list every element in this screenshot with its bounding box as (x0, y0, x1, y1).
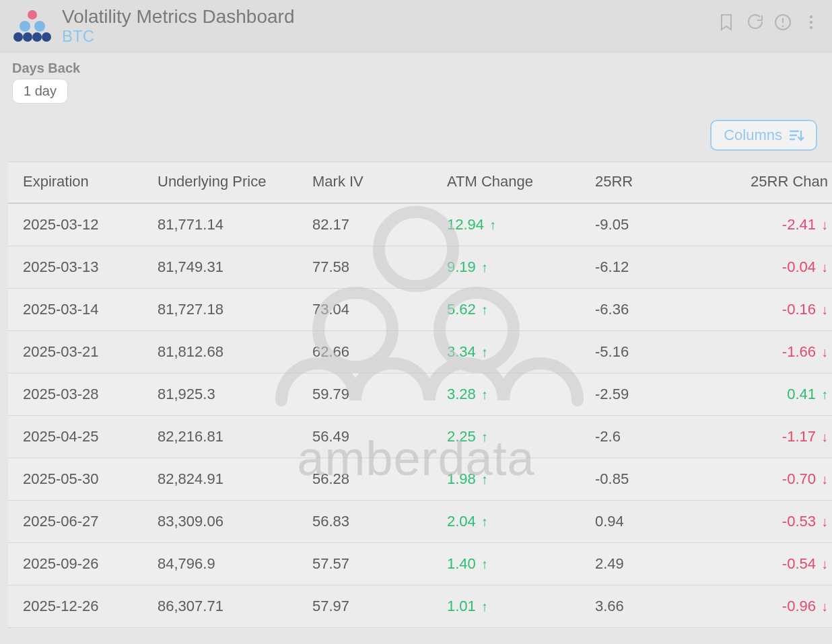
page-title: Volatility Metrics Dashboard (62, 7, 718, 28)
arrow-down-icon: ↓ (821, 302, 828, 318)
cell-25rr-change: -1.66↓ (708, 331, 832, 373)
cell-atm-change: 3.28↑ (432, 373, 580, 416)
cell-expiration: 2025-09-26 (8, 543, 143, 585)
table-row: 2025-09-2684,796.957.571.40↑2.49-0.54↓ (8, 543, 832, 585)
cell-25rr-change: -0.04↓ (708, 246, 832, 289)
days-back-label: Days Back (12, 61, 820, 76)
arrow-up-icon: ↑ (481, 472, 488, 487)
arrow-up-icon: ↑ (481, 429, 488, 445)
more-icon[interactable] (802, 13, 820, 31)
arrow-up-icon: ↑ (481, 599, 488, 614)
cell-atm-change: 1.01↑ (432, 585, 580, 628)
col-underlying-price[interactable]: Underlying Price (143, 162, 298, 204)
cell-atm-change: 1.98↑ (432, 458, 580, 501)
cell-underlying-price: 81,749.31 (143, 246, 298, 289)
cell-mark-iv: 57.57 (298, 543, 432, 585)
columns-sort-icon (789, 129, 804, 142)
svg-point-8 (32, 32, 42, 42)
svg-point-14 (810, 21, 812, 24)
cell-mark-iv: 62.66 (298, 331, 432, 373)
svg-point-3 (28, 10, 37, 20)
cell-25rr: 3.66 (580, 585, 708, 628)
columns-button[interactable]: Columns (710, 120, 817, 151)
col-mark-iv[interactable]: Mark IV (298, 162, 432, 204)
svg-point-5 (34, 21, 45, 32)
alert-icon[interactable] (774, 13, 792, 31)
cell-mark-iv: 82.17 (298, 203, 432, 246)
table-row: 2025-03-1381,749.3177.589.19↑-6.12-0.04↓ (8, 246, 832, 289)
metrics-table: Expiration Underlying Price Mark IV ATM … (8, 162, 824, 628)
cell-atm-change: 3.34↑ (432, 331, 580, 373)
col-25rr-change[interactable]: 25RR Chan (708, 162, 832, 204)
arrow-up-icon: ↑ (481, 260, 488, 275)
cell-mark-iv: 56.28 (298, 458, 432, 501)
cell-expiration: 2025-04-25 (8, 416, 143, 458)
arrow-up-icon: ↑ (481, 345, 488, 360)
cell-underlying-price: 86,307.71 (143, 585, 298, 628)
cell-mark-iv: 56.49 (298, 416, 432, 458)
days-back-value: 1 day (24, 83, 57, 98)
controls-row: Days Back 1 day (0, 52, 832, 106)
svg-point-13 (810, 15, 812, 18)
cell-underlying-price: 84,796.9 (143, 543, 298, 585)
cell-25rr: -0.85 (580, 458, 708, 501)
cell-atm-change: 2.25↑ (432, 416, 580, 458)
arrow-down-icon: ↓ (821, 472, 828, 487)
arrow-down-icon: ↓ (821, 345, 828, 360)
table-row: 2025-03-1481,727.1873.045.62↑-6.36-0.16↓ (8, 289, 832, 331)
cell-underlying-price: 82,824.91 (143, 458, 298, 501)
table-row: 2025-04-2582,216.8156.492.25↑-2.6-1.17↓ (8, 416, 832, 458)
arrow-up-icon: ↑ (821, 387, 828, 402)
svg-point-7 (23, 32, 32, 42)
table-row: 2025-03-2181,812.6862.663.34↑-5.16-1.66↓ (8, 331, 832, 373)
cell-25rr-change: -0.16↓ (708, 289, 832, 331)
svg-point-4 (20, 21, 30, 32)
cell-25rr-change: -0.70↓ (708, 458, 832, 501)
cell-25rr: -2.59 (580, 373, 708, 416)
cell-underlying-price: 81,812.68 (143, 331, 298, 373)
col-25rr[interactable]: 25RR (580, 162, 708, 204)
arrow-up-icon: ↑ (481, 514, 488, 530)
arrow-down-icon: ↓ (821, 599, 828, 614)
arrow-down-icon: ↓ (821, 217, 828, 233)
asset-symbol[interactable]: BTC (62, 28, 718, 45)
svg-point-12 (782, 26, 784, 28)
cell-25rr-change: -0.53↓ (708, 501, 832, 543)
arrow-up-icon: ↑ (481, 557, 488, 572)
days-back-select[interactable]: 1 day (12, 79, 68, 104)
cell-expiration: 2025-03-28 (8, 373, 143, 416)
table-row: 2025-03-2881,925.359.793.28↑-2.590.41↑ (8, 373, 832, 416)
cell-atm-change: 5.62↑ (432, 289, 580, 331)
cell-25rr: 2.49 (580, 543, 708, 585)
col-expiration[interactable]: Expiration (8, 162, 143, 204)
cell-25rr: -6.12 (580, 246, 708, 289)
svg-point-9 (42, 32, 51, 42)
table-row: 2025-06-2783,309.0656.832.04↑0.94-0.53↓ (8, 501, 832, 543)
cell-25rr-change: 0.41↑ (708, 373, 832, 416)
arrow-up-icon: ↑ (481, 387, 488, 402)
brand-logo-icon (12, 7, 53, 44)
cell-25rr-change: -1.17↓ (708, 416, 832, 458)
cell-expiration: 2025-03-12 (8, 203, 143, 246)
refresh-icon[interactable] (746, 13, 763, 31)
cell-underlying-price: 81,925.3 (143, 373, 298, 416)
bookmark-icon[interactable] (718, 13, 735, 31)
table-row: 2025-12-2686,307.7157.971.01↑3.66-0.96↓ (8, 585, 832, 628)
table-row: 2025-03-1281,771.1482.1712.94↑-9.05-2.41… (8, 203, 832, 246)
svg-point-15 (810, 26, 812, 29)
cell-expiration: 2025-03-21 (8, 331, 143, 373)
col-atm-change[interactable]: ATM Change (432, 162, 580, 204)
cell-atm-change: 1.40↑ (432, 543, 580, 585)
cell-mark-iv: 57.97 (298, 585, 432, 628)
cell-underlying-price: 81,727.18 (143, 289, 298, 331)
arrow-up-icon: ↑ (481, 302, 488, 318)
cell-25rr-change: -2.41↓ (708, 203, 832, 246)
header: Volatility Metrics Dashboard BTC (0, 0, 832, 52)
cell-underlying-price: 82,216.81 (143, 416, 298, 458)
cell-mark-iv: 56.83 (298, 501, 432, 543)
cell-atm-change: 12.94↑ (432, 203, 580, 246)
cell-expiration: 2025-06-27 (8, 501, 143, 543)
cell-atm-change: 9.19↑ (432, 246, 580, 289)
cell-25rr: -6.36 (580, 289, 708, 331)
cell-expiration: 2025-12-26 (8, 585, 143, 628)
